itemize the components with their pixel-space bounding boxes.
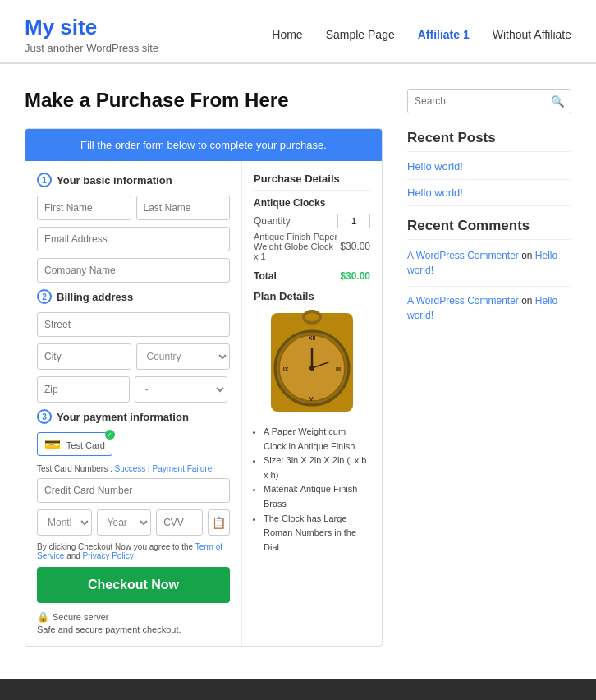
product-name: Antique Clocks bbox=[254, 197, 370, 209]
comment1-on: on bbox=[521, 250, 535, 261]
form-left: 1 Your basic information bbox=[25, 161, 242, 646]
last-name-input[interactable] bbox=[136, 196, 231, 220]
section2-number: 2 bbox=[37, 289, 52, 304]
month-select[interactable]: Month bbox=[37, 509, 92, 536]
payment-card-label: Test Card bbox=[66, 440, 105, 450]
search-button[interactable]: 🔍 bbox=[544, 90, 571, 113]
section2-label: 2 Billing address bbox=[37, 289, 230, 304]
section1-label: 1 Your basic information bbox=[37, 173, 230, 187]
section3-title: Your payment information bbox=[57, 411, 189, 423]
section1-number: 1 bbox=[37, 173, 52, 187]
name-row bbox=[37, 196, 230, 220]
comment-1: A WordPress Commenter on Hello world! bbox=[407, 248, 571, 278]
year-select[interactable]: Year bbox=[97, 509, 152, 536]
street-row bbox=[37, 312, 230, 337]
post-link-1[interactable]: Hello world! bbox=[407, 160, 571, 173]
dash-select[interactable]: - bbox=[135, 376, 227, 403]
bullet-2: Size: 3in X 2in X 2in (l x b x h) bbox=[264, 454, 370, 482]
recent-posts-title: Recent Posts bbox=[407, 130, 571, 152]
section3-label: 3 Your payment information bbox=[37, 409, 230, 424]
nav-without-affiliate[interactable]: Without Affiliate bbox=[493, 28, 571, 41]
lock-icon: 🔒 bbox=[37, 611, 49, 623]
recent-comments-title: Recent Comments bbox=[407, 218, 571, 240]
secure-server: 🔒 Secure server bbox=[37, 611, 230, 623]
purchase-form-card: Fill the order form below to complete yo… bbox=[25, 128, 383, 647]
nav-home[interactable]: Home bbox=[272, 28, 302, 41]
nav-sample-page[interactable]: Sample Page bbox=[326, 28, 395, 41]
form-body: 1 Your basic information bbox=[25, 161, 382, 646]
total-row: Total $30.00 bbox=[254, 265, 370, 282]
main-nav: Home Sample Page Affiliate 1 Without Aff… bbox=[272, 28, 571, 41]
form-right: Purchase Details Antique Clocks Quantity… bbox=[242, 161, 382, 646]
search-box: 🔍 bbox=[407, 89, 571, 113]
privacy-link[interactable]: Privacy Policy bbox=[83, 551, 134, 560]
content-area: Make a Purchase From Here Fill the order… bbox=[25, 89, 383, 647]
email-row bbox=[37, 227, 230, 251]
purchase-details-title: Purchase Details bbox=[254, 173, 370, 191]
posts-divider2 bbox=[407, 205, 571, 206]
secure-desc: Safe and secure payment checkout. bbox=[37, 624, 230, 634]
plan-bullets: A Paper Weight cum Clock in Antique Fini… bbox=[254, 425, 370, 555]
country-select[interactable]: Country bbox=[136, 343, 231, 370]
site-title: My site bbox=[25, 15, 158, 40]
checkout-legal: By clicking Checkout Now you agree to th… bbox=[37, 542, 230, 560]
comments-divider bbox=[407, 286, 571, 287]
site-header: My site Just another WordPress site Home… bbox=[0, 0, 596, 64]
clock-image: XII III VI IX bbox=[254, 309, 370, 418]
credit-card-input[interactable] bbox=[37, 478, 230, 503]
comment2-author[interactable]: A WordPress Commenter bbox=[407, 295, 519, 306]
payment-card-icon[interactable]: 💳 Test Card ✓ bbox=[37, 432, 112, 456]
payment-check-icon: ✓ bbox=[105, 430, 115, 440]
footer: Colorway Theme Footer is widgetized. To … bbox=[0, 679, 596, 700]
email-input[interactable] bbox=[37, 227, 230, 251]
bullet-3: Material: Antique Finish Brass bbox=[264, 482, 370, 511]
section1-title: Your basic information bbox=[57, 174, 172, 187]
first-name-input[interactable] bbox=[37, 196, 131, 220]
checkout-button[interactable]: Checkout Now bbox=[37, 567, 230, 603]
product-desc: Antique Finish Paper Weight Globe Clock … bbox=[254, 232, 340, 261]
success-link[interactable]: Success bbox=[114, 464, 145, 473]
plan-details-title: Plan Details bbox=[254, 290, 370, 302]
page-title: Make a Purchase From Here bbox=[25, 89, 383, 112]
company-row bbox=[37, 258, 230, 283]
quantity-row: Quantity bbox=[254, 214, 370, 228]
cvv-icon: 📋 bbox=[208, 509, 230, 536]
test-card-numbers: Test Card Numbers : Success | Payment Fa… bbox=[37, 464, 230, 473]
clock-svg: XII III VI IX bbox=[263, 309, 361, 416]
site-tagline: Just another WordPress site bbox=[25, 42, 158, 54]
secure-label: Secure server bbox=[53, 612, 108, 622]
comment1-author[interactable]: A WordPress Commenter bbox=[407, 250, 519, 261]
company-input[interactable] bbox=[37, 258, 230, 283]
nav-affiliate1[interactable]: Affiliate 1 bbox=[418, 28, 470, 41]
svg-text:VI: VI bbox=[309, 396, 315, 402]
street-input[interactable] bbox=[37, 312, 230, 337]
quantity-label: Quantity bbox=[254, 215, 291, 227]
post-link-2[interactable]: Hello world! bbox=[407, 187, 571, 199]
section2-title: Billing address bbox=[57, 291, 133, 303]
svg-text:III: III bbox=[336, 366, 341, 372]
zip-input[interactable] bbox=[37, 376, 130, 403]
svg-text:IX: IX bbox=[283, 366, 289, 372]
main-container: Make a Purchase From Here Fill the order… bbox=[0, 64, 596, 671]
search-input[interactable] bbox=[408, 90, 544, 113]
quantity-input[interactable] bbox=[337, 214, 370, 228]
svg-text:XII: XII bbox=[309, 335, 316, 341]
product-price: $30.00 bbox=[340, 241, 370, 252]
section3-number: 3 bbox=[37, 409, 52, 424]
bullet-1: A Paper Weight cum Clock in Antique Fini… bbox=[264, 425, 370, 454]
comment-2: A WordPress Commenter on Hello world! bbox=[407, 293, 571, 323]
total-price: $30.00 bbox=[340, 270, 370, 282]
payment-failure-link[interactable]: Payment Failure bbox=[152, 464, 212, 473]
city-input[interactable] bbox=[37, 343, 131, 370]
expiry-row: Month Year 📋 bbox=[37, 509, 230, 536]
comment2-on: on bbox=[521, 295, 535, 306]
product-desc-row: Antique Finish Paper Weight Globe Clock … bbox=[254, 232, 370, 261]
form-header: Fill the order form below to complete yo… bbox=[25, 129, 382, 161]
sidebar: 🔍 Recent Posts Hello world! Hello world!… bbox=[407, 89, 571, 647]
bullet-4: The Clock has Large Roman Numbers in the… bbox=[264, 512, 370, 555]
cc-row bbox=[37, 478, 230, 503]
cvv-input[interactable] bbox=[156, 509, 203, 536]
total-label: Total bbox=[254, 270, 277, 282]
svg-point-10 bbox=[309, 366, 314, 371]
city-country-row: Country bbox=[37, 343, 230, 370]
